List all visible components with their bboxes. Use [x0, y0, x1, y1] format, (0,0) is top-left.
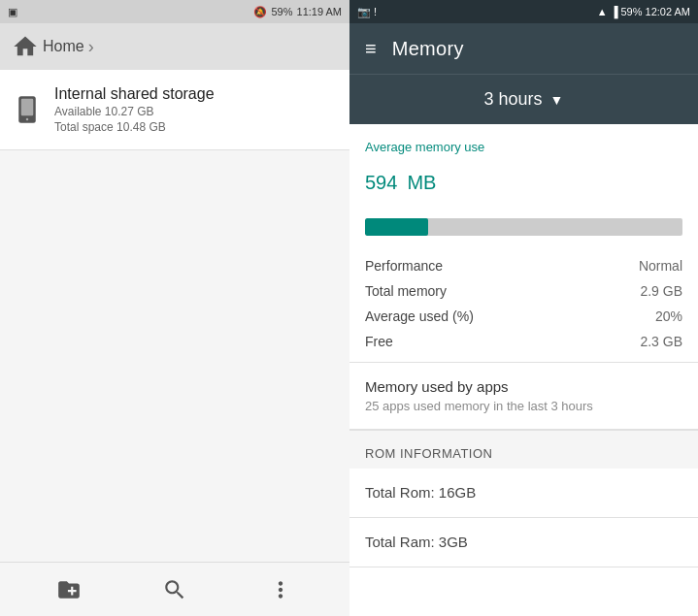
wifi-icon: ▲: [597, 6, 608, 17]
storage-total: Total space 10.48 GB: [54, 120, 215, 134]
bottom-toolbar: [0, 562, 349, 616]
time-left: 11:19 AM: [297, 6, 342, 17]
battery-left: 59%: [271, 6, 292, 17]
status-bar-right: 📷 ! ▲ ▐ 59% 12:02 AM: [349, 0, 698, 23]
search-button[interactable]: [151, 567, 198, 613]
battery-right: 59%: [620, 6, 642, 17]
rom-item-total-rom: Total Rom: 16GB: [349, 469, 698, 518]
stat-label-free: Free: [365, 334, 393, 349]
menu-icon[interactable]: ≡: [365, 38, 377, 60]
stat-value-avg-used: 20%: [655, 308, 682, 324]
memory-apps-section[interactable]: Memory used by apps 25 apps used memory …: [349, 363, 698, 430]
stat-value-performance: Normal: [639, 258, 682, 274]
home-label[interactable]: Home: [43, 38, 84, 55]
avg-memory-number: 594: [365, 172, 397, 193]
rom-total-rom-text: Total Rom: 16GB: [365, 484, 476, 501]
time-selector-dropdown[interactable]: 3 hours ▼: [484, 89, 564, 110]
progress-bar-fill: [365, 218, 428, 236]
dropdown-arrow-icon: ▼: [550, 92, 564, 108]
rom-total-ram-text: Total Ram: 3GB: [365, 534, 468, 550]
phone-storage-icon: [13, 91, 42, 128]
add-folder-icon: [56, 577, 82, 602]
status-left-icons: ▣: [8, 6, 17, 18]
avg-memory-unit: MB: [407, 172, 436, 193]
stat-value-total-memory: 2.9 GB: [640, 283, 682, 299]
breadcrumb-home[interactable]: Home: [12, 33, 84, 60]
sim-icon: ▣: [8, 6, 17, 18]
avg-memory-label: Average memory use: [365, 140, 682, 154]
rom-item-total-ram: Total Ram: 3GB: [349, 518, 698, 567]
storage-icon: [12, 94, 43, 125]
avg-memory-value: 594 MB: [365, 158, 682, 197]
status-right-right-icons: ▲ ▐ 59% 12:02 AM: [597, 6, 690, 17]
storage-available: Available 10.27 GB: [54, 105, 215, 118]
time-right: 12:02 AM: [646, 6, 690, 17]
silent-icon: 🔕: [253, 6, 267, 18]
status-bar-left: ▣ 🔕 59% 11:19 AM: [0, 0, 349, 23]
stat-label-performance: Performance: [365, 258, 443, 274]
time-label: 3 hours: [484, 89, 543, 110]
breadcrumb-bar: Home ›: [0, 23, 349, 70]
status-right-icons: 🔕 59% 11:19 AM: [253, 6, 342, 18]
stat-row-avg-used: Average used (%) 20%: [365, 304, 682, 329]
apps-subtitle: 25 apps used memory in the last 3 hours: [365, 399, 682, 413]
memory-content: Average memory use 594 MB Performance No…: [349, 124, 698, 616]
memory-stats: Performance Normal Total memory 2.9 GB A…: [349, 245, 698, 363]
rom-section-header: ROM INFORMATION: [349, 431, 698, 469]
more-options-button[interactable]: [257, 567, 304, 613]
apps-title: Memory used by apps: [365, 378, 682, 395]
rom-section-title: ROM INFORMATION: [365, 446, 682, 461]
status-right-left-icons: 📷 !: [357, 6, 377, 18]
signal-icon: ▐: [611, 6, 618, 17]
storage-info: Internal shared storage Available 10.27 …: [54, 85, 215, 134]
storage-name: Internal shared storage: [54, 85, 215, 103]
left-spacer: [0, 150, 349, 562]
memory-title: Memory: [392, 38, 464, 60]
add-folder-button[interactable]: [46, 567, 92, 613]
breadcrumb-chevron-icon: ›: [88, 37, 94, 57]
svg-rect-1: [21, 99, 34, 116]
memory-header: ≡ Memory: [349, 23, 698, 74]
stat-label-total-memory: Total memory: [365, 283, 447, 299]
time-selector-bar: 3 hours ▼: [349, 74, 698, 124]
home-icon: [12, 33, 39, 60]
stat-row-performance: Performance Normal: [365, 253, 682, 278]
stat-row-total-memory: Total memory 2.9 GB: [365, 278, 682, 304]
svg-point-2: [26, 118, 29, 121]
memory-progress-bar: [365, 218, 682, 236]
stat-label-avg-used: Average used (%): [365, 308, 474, 324]
search-icon: [162, 577, 187, 602]
stat-value-free: 2.3 GB: [640, 334, 682, 349]
right-panel: 📷 ! ▲ ▐ 59% 12:02 AM ≡ Memory 3 hours ▼ …: [349, 0, 698, 616]
avg-memory-section: Average memory use 594 MB: [349, 124, 698, 209]
stat-row-free: Free 2.3 GB: [365, 329, 682, 354]
alert-icon: !: [374, 6, 377, 17]
left-panel: ▣ 🔕 59% 11:19 AM Home › Internal shared …: [0, 0, 349, 616]
storage-item[interactable]: Internal shared storage Available 10.27 …: [0, 70, 349, 150]
more-vertical-icon: [268, 577, 293, 602]
camera-notification-icon: 📷: [357, 6, 371, 18]
